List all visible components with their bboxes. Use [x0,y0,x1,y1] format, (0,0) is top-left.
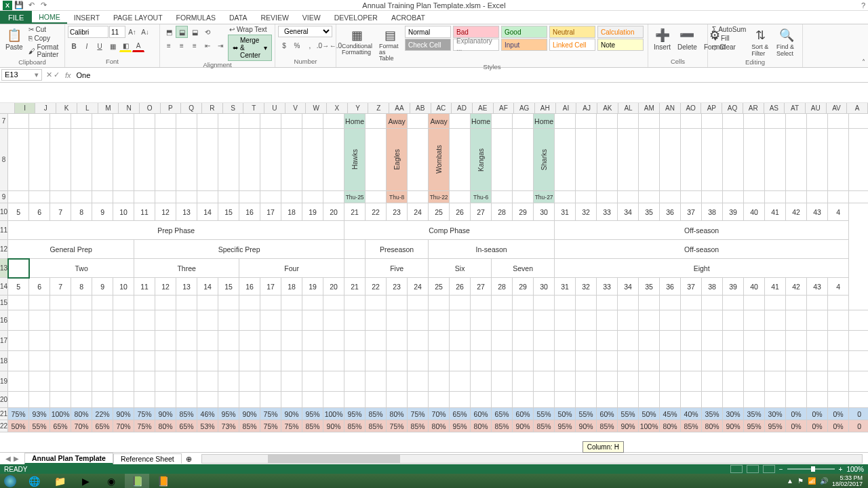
sheet-tab-reference[interactable]: Reference Sheet [113,453,182,464]
cell[interactable] [555,129,576,191]
cell[interactable]: 95% [765,420,786,432]
italic-button[interactable]: I [81,40,93,52]
cell[interactable] [387,310,408,331]
cell[interactable] [197,351,218,371]
cell[interactable]: Off-season [555,221,849,240]
cell[interactable] [450,129,471,191]
cell[interactable] [281,114,302,129]
cell[interactable]: Thu-27 [534,191,555,203]
cell[interactable] [849,296,868,310]
cell[interactable]: 18 [281,203,302,221]
cell[interactable] [702,191,723,203]
cell[interactable] [534,351,555,371]
cell[interactable]: 65% [92,420,113,432]
cell[interactable] [576,331,597,351]
cell[interactable] [828,296,849,310]
column-header[interactable]: AJ [576,103,597,113]
cell[interactable]: 22 [366,278,387,296]
cell[interactable] [702,371,723,392]
cell[interactable]: 80% [429,420,450,432]
cell[interactable] [92,114,113,129]
cell[interactable] [744,351,765,371]
cell[interactable] [723,310,744,331]
name-box[interactable]: E13▾ [1,69,42,81]
cell[interactable] [197,392,218,408]
cell[interactable] [681,310,702,331]
comma-icon[interactable]: , [304,39,316,52]
cell[interactable] [849,191,868,203]
cell[interactable]: 60% [597,408,618,420]
cell[interactable] [302,310,323,331]
format-painter-button[interactable]: 🖌Format Painter [27,43,62,58]
sort-filter-button[interactable]: ⇅Sort & Filter [749,26,772,58]
cell[interactable]: 95% [555,420,576,432]
cell[interactable]: 27 [471,203,492,221]
cell[interactable] [597,331,618,351]
align-top-icon[interactable]: ⬒ [163,26,175,38]
cell[interactable] [492,129,513,191]
cell[interactable] [492,310,513,331]
cell[interactable] [429,331,450,351]
cell[interactable]: 90% [113,408,134,420]
cell[interactable] [639,129,660,191]
find-select-button[interactable]: 🔍Find & Select [774,26,800,58]
percent-icon[interactable]: % [291,39,303,52]
cell[interactable]: 85% [597,420,618,432]
network-icon[interactable]: 📶 [808,477,816,485]
cell[interactable]: 28 [492,203,513,221]
cell[interactable]: 30 [534,203,555,221]
cell[interactable] [744,392,765,408]
cell[interactable] [702,296,723,310]
cell[interactable]: 19 [302,203,323,221]
cell[interactable] [323,296,344,310]
cell[interactable] [471,310,492,331]
cell[interactable] [723,191,744,203]
row-header[interactable]: 19 [0,371,8,392]
cell[interactable] [534,310,555,331]
cell[interactable] [555,371,576,392]
cell[interactable]: 40 [744,203,765,221]
cell[interactable]: 100% [323,408,344,420]
cell[interactable]: 24 [408,278,429,296]
align-right-icon[interactable]: ≡ [189,39,201,52]
cell[interactable] [807,129,828,191]
cell[interactable] [281,371,302,392]
cell[interactable] [176,296,197,310]
cell[interactable] [260,129,281,191]
cell[interactable] [450,392,471,408]
cell[interactable] [29,191,50,203]
cell[interactable] [218,371,239,392]
cell[interactable] [239,371,260,392]
cell[interactable] [639,371,660,392]
fill-button[interactable]: ▼Fill [711,35,747,42]
cell[interactable] [513,129,534,191]
cell[interactable]: 95% [218,408,239,420]
cell[interactable] [366,392,387,408]
cell[interactable]: Prep Phase [8,221,344,240]
cell[interactable]: 8 [71,203,92,221]
row-header[interactable]: 18 [0,351,8,371]
explorer-icon[interactable]: 📁 [47,474,72,488]
cell[interactable]: Thu-8 [387,191,408,203]
sheet-tab-active[interactable]: Annual Plan Template [24,453,113,464]
cell[interactable] [408,331,429,351]
cell[interactable] [176,191,197,203]
cell[interactable] [849,310,868,331]
cell[interactable]: 16 [239,203,260,221]
cell[interactable] [576,310,597,331]
decrease-indent-icon[interactable]: ⇤ [201,39,214,52]
cell[interactable] [260,310,281,331]
tab-file[interactable]: FILE [0,11,32,24]
cell[interactable]: 90% [281,408,302,420]
cell[interactable]: 33 [597,278,618,296]
column-header[interactable]: J [35,103,56,113]
cell[interactable] [597,351,618,371]
cell[interactable] [639,296,660,310]
cell[interactable]: 21 [344,203,366,221]
column-header[interactable]: AD [452,103,473,113]
cell[interactable] [660,351,681,371]
cell[interactable]: 9 [92,278,113,296]
cell[interactable] [281,129,302,191]
cell[interactable]: 8 [71,278,92,296]
style-cell[interactable]: Neutral [549,26,595,38]
